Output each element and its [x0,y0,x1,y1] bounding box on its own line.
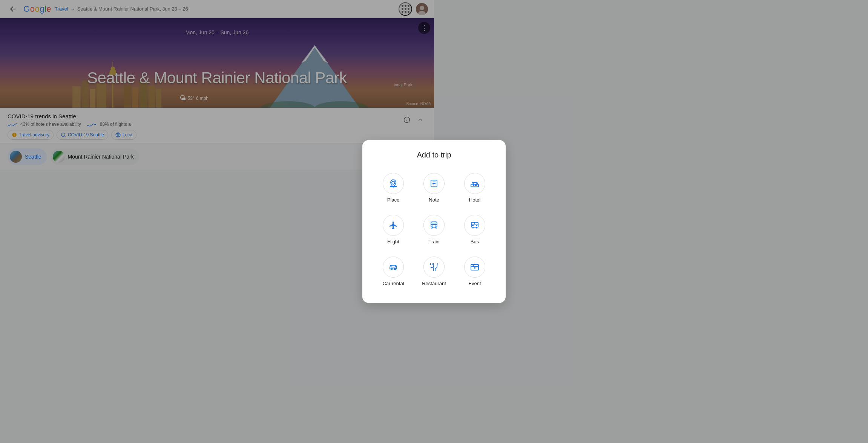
train-icon-circle [423,215,434,222]
place-label: Place [387,197,400,203]
place-icon [389,179,398,188]
svg-point-26 [392,181,395,184]
modal-item-train[interactable]: Train [415,210,434,222]
modal-item-note[interactable]: Note [415,168,434,207]
flight-icon-circle [383,215,404,222]
modal-item-place[interactable]: Place [374,168,412,207]
modal-item-flight[interactable]: Flight [374,210,412,222]
modal-title: Add to trip [374,151,434,159]
flight-icon [389,221,398,222]
train-icon [429,221,434,222]
modal-grid: Place Note [374,168,434,222]
note-icon-circle [423,173,434,194]
note-icon [429,179,434,188]
place-icon-circle [383,173,404,194]
add-to-trip-modal: Add to trip Place [362,140,434,222]
svg-rect-27 [390,186,397,187]
note-label: Note [429,197,434,203]
